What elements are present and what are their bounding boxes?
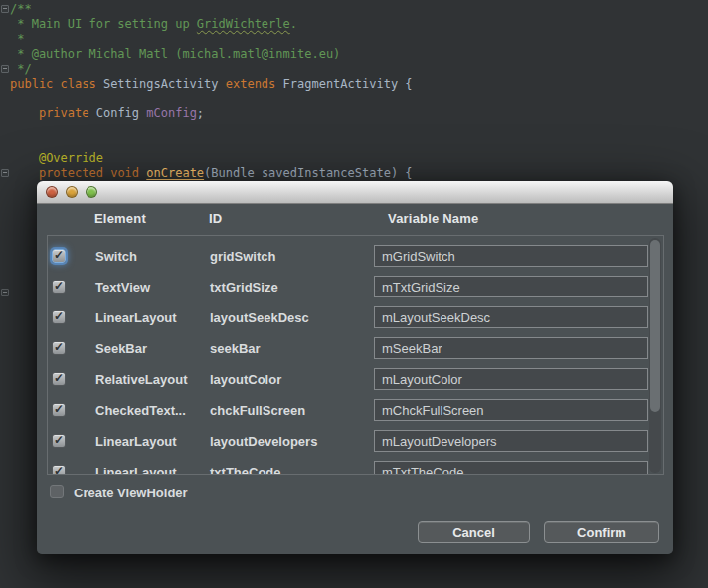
code-token: * Main UI for setting up (10, 17, 197, 31)
table-row: ✓CheckedText...chckFullScreen (48, 395, 663, 426)
create-viewholder-checkbox[interactable] (50, 485, 64, 498)
row-variable-input[interactable] (374, 368, 648, 390)
row-id-label: gridSwitch (210, 241, 275, 272)
elements-table: ✓SwitchgridSwitch✓TextViewtxtGridSize✓Li… (47, 235, 664, 475)
code-line: * (10, 32, 708, 47)
row-element-label: SeekBar (95, 333, 147, 364)
fold-marker-icon[interactable] (1, 289, 9, 296)
code-token: extends (226, 77, 283, 91)
fold-marker-icon[interactable] (1, 65, 9, 73)
table-scrollbar[interactable] (649, 238, 661, 473)
code-token (10, 151, 39, 165)
table-row: ✓LinearLayouttxtTheCode (48, 457, 663, 475)
code-line: * @author Michal Matl (michal.matl@inmit… (10, 47, 708, 62)
fold-marker-icon[interactable] (1, 169, 9, 177)
table-row: ✓TextViewtxtGridSize (48, 272, 663, 302)
checkmark-icon: ✓ (54, 465, 64, 475)
code-token: Config (96, 106, 147, 120)
row-checkbox[interactable]: ✓ (52, 341, 66, 355)
code-token: * @author Michal Matl (michal.matl@inmit… (10, 47, 340, 61)
code-line: /** (10, 2, 708, 17)
row-id-label: layoutDevelopers (210, 426, 317, 457)
zoom-window-icon[interactable] (86, 186, 97, 198)
column-header-variable-name: Variable Name (388, 211, 479, 226)
confirm-button[interactable]: Confirm (544, 521, 659, 543)
code-line: public class SettingsActivity extends Fr… (10, 77, 708, 92)
code-token: void (110, 166, 146, 180)
code-token: public class (10, 77, 103, 91)
row-checkbox[interactable]: ✓ (52, 310, 66, 324)
row-id-label: seekBar (210, 333, 261, 364)
row-id-label: txtTheCode (210, 457, 281, 475)
code-token: GridWichterle (197, 17, 290, 31)
minimize-window-icon[interactable] (66, 186, 78, 198)
code-token (10, 166, 39, 180)
code-line: private Config mConfig; (10, 106, 708, 121)
code-line: * Main UI for setting up GridWichterle. (10, 17, 708, 32)
table-row: ✓SwitchgridSwitch (48, 241, 663, 272)
code-line (10, 136, 708, 151)
checkmark-icon: ✓ (54, 372, 64, 384)
table-scrollbar-thumb[interactable] (650, 240, 660, 412)
row-checkbox[interactable]: ✓ (52, 434, 66, 448)
row-element-label: CheckedText... (95, 395, 186, 426)
checkmark-icon: ✓ (54, 249, 64, 261)
table-row: ✓LinearLayoutlayoutSeekDesc (48, 302, 663, 333)
code-line: @Override (10, 151, 708, 166)
row-checkbox[interactable]: ✓ (52, 465, 66, 475)
row-checkbox[interactable]: ✓ (52, 280, 66, 294)
table-row: ✓RelativeLayoutlayoutColor (48, 364, 663, 395)
code-token: protected (39, 166, 110, 180)
row-element-label: LinearLayout (95, 457, 177, 475)
dialog-titlebar[interactable] (37, 181, 673, 204)
fold-marker-icon[interactable] (1, 5, 9, 13)
code-line: protected void onCreate(Bundle savedInst… (10, 166, 708, 181)
checkmark-icon: ✓ (54, 434, 64, 446)
row-element-label: LinearLayout (95, 302, 177, 333)
code-token: FragmentActivity { (283, 77, 413, 91)
code-line: */ (10, 62, 708, 77)
dialog-body: Element ID Variable Name ✓SwitchgridSwit… (37, 204, 673, 554)
row-variable-input[interactable] (374, 245, 648, 267)
code-token (10, 106, 39, 120)
row-checkbox[interactable]: ✓ (52, 249, 66, 263)
close-window-icon[interactable] (46, 186, 58, 198)
row-variable-input[interactable] (374, 461, 648, 475)
row-id-label: chckFullScreen (210, 395, 305, 426)
row-id-label: txtGridSize (210, 272, 278, 302)
row-element-label: TextView (95, 272, 150, 302)
code-line (10, 121, 708, 136)
checkmark-icon: ✓ (54, 403, 64, 415)
checkmark-icon: ✓ (54, 310, 64, 322)
row-variable-input[interactable] (374, 337, 648, 359)
checkmark-icon: ✓ (54, 341, 64, 353)
row-variable-input[interactable] (374, 276, 648, 297)
row-variable-input[interactable] (374, 399, 648, 421)
code-token: @Override (39, 151, 103, 165)
row-checkbox[interactable]: ✓ (52, 403, 66, 417)
table-row: ✓SeekBarseekBar (48, 333, 663, 364)
row-element-label: RelativeLayout (95, 364, 187, 395)
code-token: /** (10, 2, 32, 16)
row-variable-input[interactable] (374, 430, 648, 452)
code-token: . (290, 17, 297, 31)
table-row: ✓LinearLayoutlayoutDevelopers (48, 426, 663, 457)
cancel-button[interactable]: Cancel (418, 521, 530, 543)
code-token: SettingsActivity (103, 77, 226, 91)
code-line (10, 92, 708, 106)
row-variable-input[interactable] (374, 306, 648, 328)
row-id-label: layoutColor (210, 364, 281, 395)
row-checkbox[interactable]: ✓ (52, 372, 66, 386)
code-token: */ (10, 62, 32, 76)
generate-injections-dialog: Element ID Variable Name ✓SwitchgridSwit… (37, 181, 673, 554)
code-token: private (39, 106, 96, 120)
column-header-id: ID (209, 211, 222, 226)
code-token: mConfig (146, 106, 197, 120)
row-element-label: LinearLayout (95, 426, 177, 457)
code-token: onCreate (146, 166, 204, 180)
ide-screen: /** * Main UI for setting up GridWichter… (0, 0, 708, 588)
column-header-element: Element (94, 211, 146, 226)
row-element-label: Switch (95, 241, 137, 272)
checkmark-icon: ✓ (54, 280, 64, 292)
code-token: ; (197, 106, 204, 120)
